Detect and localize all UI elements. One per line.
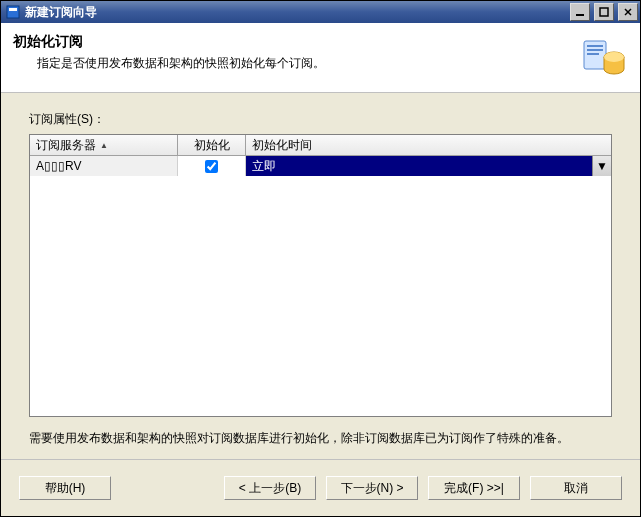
back-button[interactable]: < 上一步(B) (224, 476, 316, 500)
cell-init-time[interactable]: 立即 ▼ (246, 156, 611, 176)
col-header-init-time[interactable]: 初始化时间 (246, 135, 611, 155)
wizard-window: 新建订阅向导 初始化订阅 指定是否使用发布数据和架构的快照初始化每个订阅。 订阅… (0, 0, 641, 517)
sort-asc-icon: ▲ (100, 141, 108, 150)
app-icon (5, 4, 21, 20)
svg-rect-7 (587, 45, 603, 47)
col-header-init-time-label: 初始化时间 (252, 137, 312, 154)
header-description: 指定是否使用发布数据和架构的快照初始化每个订阅。 (13, 55, 580, 72)
svg-rect-1 (9, 8, 17, 11)
init-time-selected: 立即 (246, 158, 592, 175)
col-header-server[interactable]: 订阅服务器 ▲ (30, 135, 178, 155)
col-header-init[interactable]: 初始化 (178, 135, 246, 155)
subscription-props-label: 订阅属性(S)： (29, 111, 612, 128)
finish-button[interactable]: 完成(F) >>| (428, 476, 520, 500)
svg-rect-9 (587, 53, 599, 55)
help-button[interactable]: 帮助(H) (19, 476, 111, 500)
chevron-down-icon: ▼ (596, 159, 608, 173)
grid-empty-area (30, 176, 611, 416)
next-button[interactable]: 下一步(N) > (326, 476, 418, 500)
wizard-header: 初始化订阅 指定是否使用发布数据和架构的快照初始化每个订阅。 (1, 23, 640, 93)
close-button[interactable] (618, 3, 638, 21)
table-row: A▯▯▯RV 立即 ▼ (30, 156, 611, 176)
init-checkbox[interactable] (205, 160, 218, 173)
svg-rect-0 (7, 6, 19, 18)
cell-init (178, 156, 246, 176)
cancel-button[interactable]: 取消 (530, 476, 622, 500)
subscription-grid: 订阅服务器 ▲ 初始化 初始化时间 A▯▯▯RV 立即 ▼ (29, 134, 612, 417)
svg-rect-2 (576, 14, 584, 16)
window-buttons (568, 3, 640, 21)
wizard-body: 订阅属性(S)： 订阅服务器 ▲ 初始化 初始化时间 A▯▯▯RV (1, 93, 640, 459)
svg-rect-8 (587, 49, 603, 51)
wizard-footer: 帮助(H) < 上一步(B) 下一步(N) > 完成(F) >>| 取消 (1, 459, 640, 516)
window-title: 新建订阅向导 (25, 4, 568, 21)
maximize-button[interactable] (594, 3, 614, 21)
wizard-icon (580, 33, 628, 81)
minimize-button[interactable] (570, 3, 590, 21)
cell-server: A▯▯▯RV (30, 156, 178, 176)
footer-note: 需要使用发布数据和架构的快照对订阅数据库进行初始化，除非订阅数据库已为订阅作了特… (29, 429, 612, 447)
dropdown-button[interactable]: ▼ (592, 156, 611, 176)
header-title: 初始化订阅 (13, 33, 580, 51)
svg-rect-3 (600, 8, 608, 16)
col-header-init-label: 初始化 (194, 137, 230, 154)
grid-header: 订阅服务器 ▲ 初始化 初始化时间 (30, 135, 611, 156)
col-header-server-label: 订阅服务器 (36, 137, 96, 154)
svg-point-11 (604, 52, 624, 62)
titlebar: 新建订阅向导 (1, 1, 640, 23)
